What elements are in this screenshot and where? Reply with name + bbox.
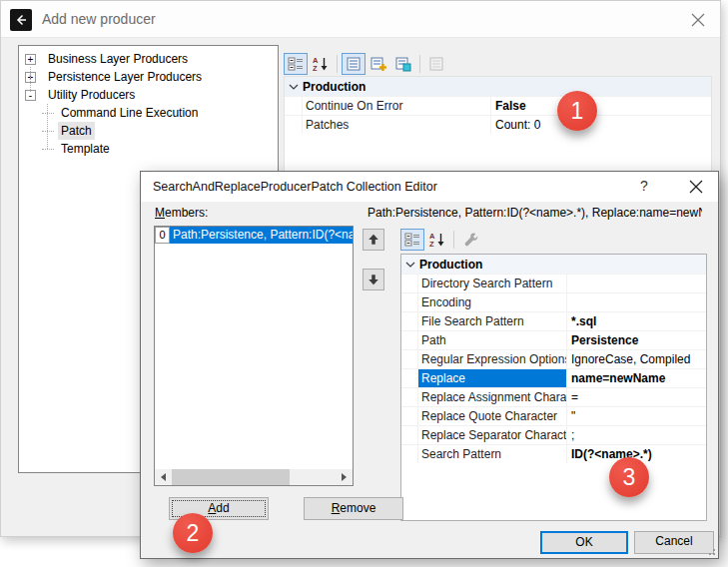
property-name: Directory Search Pattern bbox=[418, 275, 567, 292]
move-down-button[interactable] bbox=[363, 269, 384, 290]
property-grid-toolbar: A Z bbox=[284, 52, 448, 76]
property-value[interactable]: = bbox=[567, 388, 706, 406]
property-row-regular-expression-options[interactable]: Regular Expression Options IgnoreCase, C… bbox=[401, 349, 706, 368]
tree-item-utility-producers[interactable]: -Utility Producers bbox=[19, 86, 278, 104]
tree-connector bbox=[42, 149, 54, 150]
property-row-patches[interactable]: Patches Count: 0 bbox=[285, 115, 711, 134]
property-pages-button[interactable] bbox=[342, 53, 365, 75]
expand-icon[interactable]: + bbox=[25, 54, 36, 65]
property-row-search-pattern[interactable]: Search Pattern ID(?<name>.*) bbox=[401, 444, 706, 463]
property-page-settings-button[interactable] bbox=[391, 53, 415, 75]
property-page-icon bbox=[346, 56, 362, 72]
categorized-icon bbox=[404, 232, 420, 248]
back-button[interactable] bbox=[10, 9, 32, 31]
toolbar-separator bbox=[419, 55, 420, 73]
back-arrow-icon bbox=[14, 13, 28, 27]
alphabetical-sort-button[interactable]: A Z bbox=[425, 229, 449, 251]
property-name: Continue On Error bbox=[303, 97, 491, 115]
property-value[interactable] bbox=[567, 275, 706, 292]
property-pages-disabled-button bbox=[458, 229, 482, 251]
az-sort-icon: A Z bbox=[313, 56, 329, 72]
property-value[interactable]: ; bbox=[567, 426, 706, 444]
toolbar-separator bbox=[337, 55, 338, 73]
tree-item-business-layer[interactable]: +Business Layer Producers bbox=[19, 50, 278, 68]
property-name: Path bbox=[418, 331, 567, 349]
property-name: Regular Expression Options bbox=[418, 350, 567, 368]
property-value[interactable]: name=newName bbox=[567, 369, 706, 387]
members-label: Members: bbox=[155, 206, 208, 220]
svg-text:Z: Z bbox=[429, 240, 434, 248]
screen: Add new producer +Business Layer Produce… bbox=[0, 0, 728, 567]
dialog-title: SearchAndReplaceProducerPatch Collection… bbox=[153, 180, 437, 194]
scroll-right-button[interactable] bbox=[337, 469, 353, 485]
list-item[interactable]: 0 Path:Persistence, Pattern:ID(?<name>.*… bbox=[155, 227, 353, 244]
property-value[interactable]: Count: 0 bbox=[491, 116, 711, 134]
property-value[interactable]: Persistence bbox=[567, 331, 706, 349]
property-name: Replace Separator Character bbox=[418, 426, 567, 444]
property-page-settings-icon bbox=[395, 56, 411, 72]
category-row-production[interactable]: Production bbox=[285, 77, 711, 96]
tree-item-command-line-execution[interactable]: Command Line Execution bbox=[19, 104, 278, 122]
dialog-grid-toolbar: A Z bbox=[400, 228, 482, 252]
property-name: Replace bbox=[418, 369, 567, 387]
scrollbar-thumb[interactable] bbox=[172, 469, 290, 485]
property-row-replace-quote-character[interactable]: Replace Quote Character " bbox=[401, 406, 706, 425]
wrench-icon bbox=[462, 232, 478, 248]
scroll-left-button[interactable] bbox=[155, 469, 171, 485]
annotation-badge-3: 3 bbox=[609, 457, 649, 497]
annotation-badge-1: 1 bbox=[557, 91, 597, 131]
property-name: Replace Quote Character bbox=[418, 407, 567, 425]
close-icon[interactable] bbox=[690, 12, 706, 28]
move-up-button[interactable] bbox=[363, 229, 384, 251]
category-row-production[interactable]: Production bbox=[401, 255, 706, 274]
property-value[interactable]: " bbox=[567, 407, 706, 425]
selected-item-description: Path:Persistence, Pattern:ID(?<name>.*),… bbox=[367, 206, 702, 220]
property-row-replace[interactable]: Replace name=newName bbox=[401, 368, 706, 387]
property-row-replace-assignment-character[interactable]: Replace Assignment Character = bbox=[401, 387, 706, 406]
categorized-view-button[interactable] bbox=[284, 53, 308, 75]
down-arrow-icon bbox=[366, 273, 380, 286]
remove-button[interactable]: Remove bbox=[304, 497, 403, 520]
up-arrow-icon bbox=[366, 233, 380, 247]
alphabetical-sort-button[interactable]: A Z bbox=[309, 53, 333, 75]
property-value[interactable] bbox=[567, 293, 706, 311]
property-row-replace-separator-character[interactable]: Replace Separator Character ; bbox=[401, 425, 706, 444]
item-index: 0 bbox=[155, 227, 170, 244]
property-row-encoding[interactable]: Encoding bbox=[401, 292, 706, 311]
add-property-page-button[interactable] bbox=[366, 53, 390, 75]
item-text[interactable]: Path:Persistence, Pattern:ID(?<name>.*),… bbox=[170, 227, 353, 244]
tree-item-template[interactable]: Template bbox=[19, 140, 278, 158]
property-value[interactable]: *.sql bbox=[567, 312, 706, 330]
property-page-add-icon bbox=[370, 56, 386, 72]
resize-grip[interactable] bbox=[705, 545, 715, 555]
property-row-file-search-pattern[interactable]: File Search Pattern *.sql bbox=[401, 311, 706, 330]
ok-button[interactable]: OK bbox=[540, 531, 628, 554]
tree-connector bbox=[42, 131, 54, 132]
collection-editor-dialog: SearchAndReplaceProducerPatch Collection… bbox=[140, 171, 719, 559]
members-listbox[interactable]: 0 Path:Persistence, Pattern:ID(?<name>.*… bbox=[154, 226, 354, 486]
tree-item-persistence-layer[interactable]: +Persistence Layer Producers bbox=[19, 68, 278, 86]
property-name: Replace Assignment Character bbox=[418, 388, 567, 406]
tree-item-patch[interactable]: Patch bbox=[19, 122, 278, 140]
disabled-page-icon bbox=[428, 56, 444, 72]
window-titlebar: Add new producer bbox=[1, 1, 720, 38]
dialog-titlebar: SearchAndReplaceProducerPatch Collection… bbox=[141, 172, 718, 202]
property-row-continue-on-error[interactable]: Continue On Error False bbox=[285, 96, 711, 115]
cancel-button[interactable]: Cancel bbox=[634, 531, 714, 554]
patch-property-grid: Production Directory Search Pattern Enco… bbox=[400, 254, 707, 521]
help-button[interactable]: ? bbox=[636, 178, 652, 194]
close-icon[interactable] bbox=[689, 180, 703, 194]
chevron-down-icon bbox=[285, 84, 303, 90]
property-value[interactable]: IgnoreCase, Compiled bbox=[567, 350, 706, 368]
chevron-down-icon bbox=[401, 262, 419, 268]
toolbar-separator bbox=[453, 231, 454, 249]
horizontal-scrollbar[interactable] bbox=[155, 469, 353, 485]
categorized-view-button[interactable] bbox=[400, 229, 424, 251]
property-value[interactable]: False bbox=[491, 97, 711, 115]
disabled-pages-button bbox=[424, 53, 448, 75]
property-row-directory-search-pattern[interactable]: Directory Search Pattern bbox=[401, 274, 706, 292]
property-row-path[interactable]: Path Persistence bbox=[401, 330, 706, 349]
property-name: Patches bbox=[303, 116, 491, 134]
property-name: File Search Pattern bbox=[418, 312, 567, 330]
annotation-badge-2: 2 bbox=[173, 513, 213, 553]
